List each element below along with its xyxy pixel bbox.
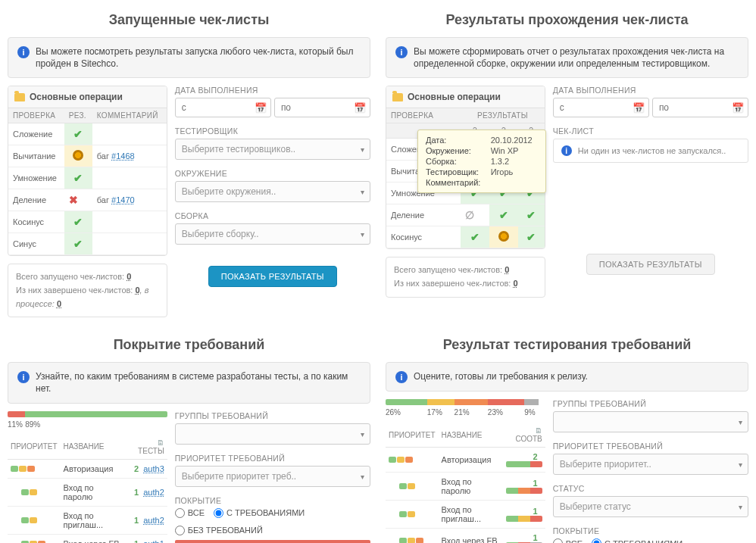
- check-name: Косинус: [8, 211, 64, 233]
- result-cell: ✔: [461, 226, 489, 248]
- info-box: i Оцените, готовы ли требования к релизу…: [386, 362, 748, 392]
- result-cell: ✔: [489, 204, 518, 226]
- th-tests: ТЕСТЫ: [138, 447, 164, 455]
- test-link[interactable]: auth1: [143, 539, 164, 543]
- show-results-button[interactable]: ПОКАЗАТЬ РЕЗУЛЬТАТЫ: [208, 266, 337, 287]
- req-name: Авторизация: [439, 448, 503, 473]
- date-to-input[interactable]: [274, 98, 370, 117]
- tester-select[interactable]: Выберите тестировщиков..: [175, 139, 370, 160]
- stats-box: Всего запущено чек-листов: 0 Из них заве…: [8, 264, 167, 317]
- table-row: Деление ✖ баг #1470: [8, 189, 167, 211]
- build-label: СБОРКА: [175, 211, 370, 220]
- panel-requirement-test-results: Результат тестирования требований i Оцен…: [386, 332, 748, 543]
- coverage-radio-group: ВСЕ С ТРЕБОВАНИЯМИ БЕЗ ТРЕБОВАНИЙ: [553, 538, 748, 543]
- priority-badge: [11, 466, 35, 472]
- check-result: [64, 145, 92, 167]
- check-name: Косинус: [386, 226, 461, 248]
- status-labels: 26%17%21%23%9%: [386, 408, 545, 417]
- req-name: Авторизация: [61, 459, 128, 478]
- req-name: Вход по приглаш...: [439, 501, 503, 529]
- coverage-bar: [8, 411, 167, 417]
- test-count: 1: [533, 479, 538, 488]
- coverage-label: ПОКРЫТИЕ: [175, 496, 370, 505]
- priority-badge: [399, 538, 423, 543]
- check-comment: [92, 167, 167, 189]
- panel-requirement-coverage: Покрытие требований i Узнайте, по каким …: [8, 332, 370, 543]
- folder-icon: [14, 93, 25, 101]
- bug-link[interactable]: #1470: [111, 195, 135, 204]
- bug-link[interactable]: #1468: [111, 151, 135, 161]
- check-icon: ✔: [470, 231, 480, 243]
- panel-title: Запущенные чек-листы: [8, 12, 370, 28]
- radio-all[interactable]: ВСЕ: [175, 508, 205, 518]
- coverage-labels: 11% 89%: [8, 420, 167, 429]
- build-select[interactable]: Выберите сборку..: [175, 223, 370, 245]
- panel-title: Результат тестирования требований: [386, 337, 748, 353]
- radio-with-req[interactable]: С ТРЕБОВАНИЯМИ: [592, 538, 683, 543]
- folder-icon: [392, 93, 403, 101]
- req-name: Вход по паролю: [61, 478, 128, 506]
- th-comment: КОММЕНТАРИЙ: [92, 108, 167, 123]
- req-name: Вход через FB: [61, 534, 128, 543]
- panel-title: Результаты прохождения чек-листа: [386, 12, 748, 28]
- group-select[interactable]: [175, 423, 370, 445]
- date-from-input[interactable]: [553, 98, 649, 117]
- checklist-empty-info: i Ни один из чек-листов не запускался..: [553, 139, 748, 163]
- th-result: РЕЗ.: [64, 108, 92, 123]
- check-icon: ✔: [73, 172, 83, 184]
- table-row: Вход по паролю 1: [386, 473, 545, 501]
- test-link[interactable]: auth2: [143, 516, 164, 525]
- result-cell: [489, 226, 518, 248]
- coverage-chart: 0%100%: [175, 540, 370, 543]
- info-icon: i: [17, 371, 30, 383]
- priority-badge: [399, 483, 415, 489]
- date-label: ДАТА ВЫПОЛНЕНИЯ: [175, 86, 370, 95]
- tester-label: ТЕСТИРОВЩИК: [175, 126, 370, 136]
- radio-without-req[interactable]: БЕЗ ТРЕБОВАНИЙ: [175, 526, 263, 535]
- test-count: 1: [533, 533, 538, 542]
- skip-icon: ∅: [465, 209, 474, 221]
- info-text: Вы можете посмотреть результаты запуска …: [36, 45, 361, 70]
- status-select[interactable]: Выберите статус: [553, 496, 748, 517]
- test-count: 2: [533, 452, 538, 461]
- th-name: НАЗВАНИЕ: [439, 423, 503, 448]
- table-row: Вход по паролю 1 auth2: [8, 478, 167, 506]
- req-name: Вход по паролю: [439, 473, 503, 501]
- table-row: Умножение ✔: [8, 167, 167, 189]
- priority-label: ПРИОРИТЕТ ТРЕБОВАНИЙ: [553, 442, 748, 451]
- test-link[interactable]: auth2: [143, 488, 164, 497]
- result-cell: ✔: [518, 204, 545, 226]
- env-select[interactable]: Выберите окружения..: [175, 181, 370, 202]
- check-comment: [92, 123, 167, 145]
- th-priority: ПРИОРИТЕТ: [386, 423, 439, 448]
- table-row: Авторизация 2 auth3: [8, 459, 167, 478]
- radio-all[interactable]: ВСЕ: [553, 538, 583, 543]
- date-from-input[interactable]: [175, 98, 271, 117]
- table-row: Вход через FB 1 auth1: [8, 534, 167, 543]
- check-name: Умножение: [8, 167, 64, 189]
- test-link[interactable]: auth3: [143, 464, 164, 473]
- coverage-radio-group: ВСЕ С ТРЕБОВАНИЯМИ БЕЗ ТРЕБОВАНИЙ: [175, 508, 370, 535]
- card-title: Основные операции: [30, 92, 123, 102]
- checklist-label: ЧЕК-ЛИСТ: [553, 126, 748, 136]
- check-result: ✔: [64, 123, 92, 145]
- date-to-input[interactable]: [652, 98, 748, 117]
- check-result: ✔: [64, 167, 92, 189]
- check-comment: баг #1470: [92, 189, 167, 211]
- run-tooltip: Дата:20.10.2012 Окружение:Win XP Сборка:…: [417, 130, 546, 193]
- show-results-button[interactable]: ПОКАЗАТЬ РЕЗУЛЬТАТЫ: [586, 254, 715, 275]
- info-icon: i: [395, 371, 408, 383]
- checklist-card: Основные операции ПРОВЕРКА РЕЗ. КОММЕНТА…: [8, 86, 167, 256]
- table-row: Вычитание баг #1468: [8, 145, 167, 167]
- info-text: Узнайте, по каким требованиям в системе …: [36, 370, 361, 395]
- test-count: 1: [134, 488, 139, 497]
- priority-select[interactable]: Выберите приоритет..: [553, 454, 748, 475]
- priority-select[interactable]: Выберите приоритет треб..: [175, 466, 370, 487]
- status-label: СТАТУС: [553, 484, 748, 493]
- priority-badge: [399, 511, 415, 517]
- test-count: 1: [134, 539, 139, 543]
- group-select[interactable]: [553, 411, 748, 432]
- result-cell: ✔: [518, 226, 545, 248]
- radio-with-req[interactable]: С ТРЕБОВАНИЯМИ: [214, 508, 305, 518]
- check-icon: ✔: [73, 128, 83, 140]
